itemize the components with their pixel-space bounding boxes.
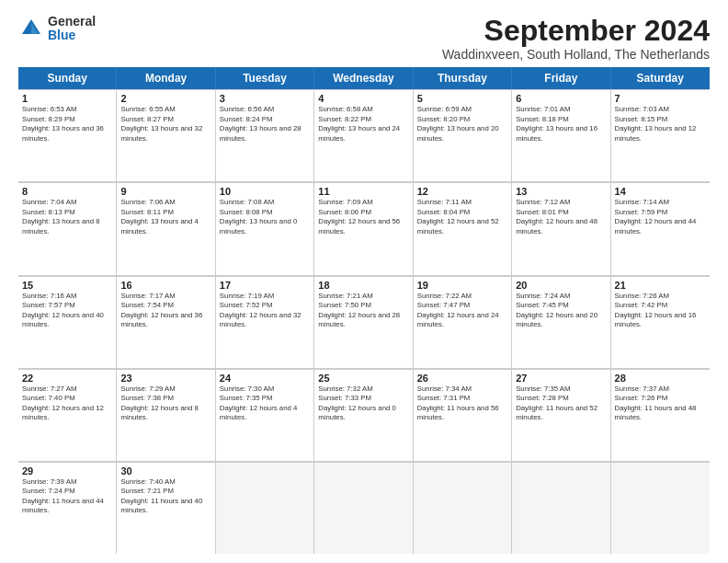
day-number: 18 <box>318 280 408 291</box>
calendar-cell: 4 Sunrise: 6:58 AMSunset: 8:22 PMDayligh… <box>314 89 413 181</box>
day-number: 1 <box>22 93 112 104</box>
day-info: Sunrise: 6:53 AMSunset: 8:29 PMDaylight:… <box>22 105 112 144</box>
calendar-cell: 15 Sunrise: 7:16 AMSunset: 7:57 PMDaylig… <box>18 276 117 368</box>
calendar-cell: 21 Sunrise: 7:26 AMSunset: 7:42 PMDaylig… <box>611 276 710 368</box>
calendar-week-5: 29 Sunrise: 7:39 AMSunset: 7:24 PMDaylig… <box>18 462 710 554</box>
header-sunday: Sunday <box>18 67 117 89</box>
day-number: 25 <box>318 373 408 384</box>
calendar-cell: 5 Sunrise: 6:59 AMSunset: 8:20 PMDayligh… <box>414 89 512 181</box>
day-number: 7 <box>615 93 706 104</box>
day-info: Sunrise: 7:16 AMSunset: 7:57 PMDaylight:… <box>22 292 112 330</box>
calendar-cell: 3 Sunrise: 6:56 AMSunset: 8:24 PMDayligh… <box>216 89 314 181</box>
day-info: Sunrise: 7:11 AMSunset: 8:04 PMDaylight:… <box>417 198 507 236</box>
day-number: 29 <box>22 465 112 477</box>
day-info: Sunrise: 7:04 AMSunset: 8:13 PMDaylight:… <box>22 198 112 236</box>
day-number: 14 <box>615 186 706 197</box>
day-number: 15 <box>22 280 112 291</box>
calendar-cell: 20 Sunrise: 7:24 AMSunset: 7:45 PMDaylig… <box>512 276 610 368</box>
day-info: Sunrise: 7:32 AMSunset: 7:33 PMDaylight:… <box>318 385 408 423</box>
header-saturday: Saturday <box>611 67 710 89</box>
day-number: 5 <box>417 93 507 104</box>
calendar-header: Sunday Monday Tuesday Wednesday Thursday… <box>18 67 710 89</box>
calendar-week-4: 22 Sunrise: 7:27 AMSunset: 7:40 PMDaylig… <box>18 369 710 462</box>
calendar-cell: 14 Sunrise: 7:14 AMSunset: 7:59 PMDaylig… <box>611 182 710 274</box>
calendar-cell: 7 Sunrise: 7:03 AMSunset: 8:15 PMDayligh… <box>611 89 710 181</box>
calendar-cell <box>611 462 710 554</box>
calendar-week-1: 1 Sunrise: 6:53 AMSunset: 8:29 PMDayligh… <box>18 89 710 182</box>
calendar-cell: 8 Sunrise: 7:04 AMSunset: 8:13 PMDayligh… <box>18 182 117 274</box>
day-number: 12 <box>417 186 507 197</box>
day-info: Sunrise: 6:55 AMSunset: 8:27 PMDaylight:… <box>120 105 210 144</box>
day-info: Sunrise: 7:35 AMSunset: 7:28 PMDaylight:… <box>516 385 606 423</box>
header-friday: Friday <box>512 67 610 89</box>
header-wednesday: Wednesday <box>314 67 413 89</box>
calendar-cell <box>216 462 314 554</box>
calendar-cell: 23 Sunrise: 7:29 AMSunset: 7:38 PMDaylig… <box>117 369 215 461</box>
day-number: 16 <box>120 280 210 291</box>
day-number: 17 <box>220 280 310 291</box>
day-number: 28 <box>615 373 706 384</box>
calendar-body: 1 Sunrise: 6:53 AMSunset: 8:29 PMDayligh… <box>18 89 710 554</box>
calendar-week-3: 15 Sunrise: 7:16 AMSunset: 7:57 PMDaylig… <box>18 276 710 369</box>
day-info: Sunrise: 7:08 AMSunset: 8:08 PMDaylight:… <box>220 198 310 236</box>
logo-icon <box>18 16 44 41</box>
calendar-cell: 19 Sunrise: 7:22 AMSunset: 7:47 PMDaylig… <box>414 276 512 368</box>
day-info: Sunrise: 7:17 AMSunset: 7:54 PMDaylight:… <box>120 292 210 330</box>
day-number: 26 <box>417 373 507 384</box>
day-number: 6 <box>516 93 606 104</box>
day-info: Sunrise: 6:58 AMSunset: 8:22 PMDaylight:… <box>318 105 408 144</box>
day-number: 19 <box>417 280 507 291</box>
logo: General Blue <box>18 15 96 43</box>
calendar-week-2: 8 Sunrise: 7:04 AMSunset: 8:13 PMDayligh… <box>18 182 710 275</box>
day-info: Sunrise: 7:01 AMSunset: 8:18 PMDaylight:… <box>516 105 606 144</box>
calendar-cell: 6 Sunrise: 7:01 AMSunset: 8:18 PMDayligh… <box>512 89 610 181</box>
day-number: 27 <box>516 373 606 384</box>
day-info: Sunrise: 7:06 AMSunset: 8:11 PMDaylight:… <box>120 198 210 236</box>
day-number: 22 <box>22 373 112 384</box>
calendar-cell: 9 Sunrise: 7:06 AMSunset: 8:11 PMDayligh… <box>117 182 215 274</box>
day-info: Sunrise: 6:59 AMSunset: 8:20 PMDaylight:… <box>417 105 507 144</box>
day-info: Sunrise: 7:29 AMSunset: 7:38 PMDaylight:… <box>120 385 210 423</box>
day-info: Sunrise: 7:14 AMSunset: 7:59 PMDaylight:… <box>615 198 706 236</box>
day-info: Sunrise: 7:19 AMSunset: 7:52 PMDaylight:… <box>220 292 310 330</box>
calendar-cell: 18 Sunrise: 7:21 AMSunset: 7:50 PMDaylig… <box>314 276 413 368</box>
calendar: Sunday Monday Tuesday Wednesday Thursday… <box>18 67 710 554</box>
day-number: 3 <box>220 93 310 104</box>
day-info: Sunrise: 7:27 AMSunset: 7:40 PMDaylight:… <box>22 385 112 423</box>
day-number: 11 <box>318 186 408 197</box>
header-tuesday: Tuesday <box>216 67 314 89</box>
logo-text: General Blue <box>48 15 96 43</box>
header: General Blue September 2024 Waddinxveen,… <box>18 15 710 62</box>
day-number: 9 <box>120 186 210 197</box>
calendar-cell: 10 Sunrise: 7:08 AMSunset: 8:08 PMDaylig… <box>216 182 314 274</box>
calendar-cell: 30 Sunrise: 7:40 AMSunset: 7:21 PMDaylig… <box>117 462 215 554</box>
day-info: Sunrise: 7:21 AMSunset: 7:50 PMDaylight:… <box>318 292 408 330</box>
calendar-cell: 2 Sunrise: 6:55 AMSunset: 8:27 PMDayligh… <box>117 89 215 181</box>
day-info: Sunrise: 7:26 AMSunset: 7:42 PMDaylight:… <box>615 292 706 330</box>
day-number: 23 <box>120 373 210 384</box>
day-number: 24 <box>220 373 310 384</box>
calendar-cell: 11 Sunrise: 7:09 AMSunset: 8:06 PMDaylig… <box>314 182 413 274</box>
day-info: Sunrise: 7:22 AMSunset: 7:47 PMDaylight:… <box>417 292 507 330</box>
calendar-location: Waddinxveen, South Holland, The Netherla… <box>442 47 710 62</box>
day-info: Sunrise: 7:40 AMSunset: 7:21 PMDaylight:… <box>120 477 210 516</box>
day-info: Sunrise: 7:39 AMSunset: 7:24 PMDaylight:… <box>22 477 112 516</box>
calendar-cell: 28 Sunrise: 7:37 AMSunset: 7:26 PMDaylig… <box>611 369 710 461</box>
header-thursday: Thursday <box>414 67 512 89</box>
day-number: 20 <box>516 280 606 291</box>
day-info: Sunrise: 6:56 AMSunset: 8:24 PMDaylight:… <box>220 105 310 144</box>
calendar-cell: 26 Sunrise: 7:34 AMSunset: 7:31 PMDaylig… <box>414 369 512 461</box>
day-info: Sunrise: 7:24 AMSunset: 7:45 PMDaylight:… <box>516 292 606 330</box>
day-info: Sunrise: 7:03 AMSunset: 8:15 PMDaylight:… <box>615 105 706 144</box>
calendar-cell: 1 Sunrise: 6:53 AMSunset: 8:29 PMDayligh… <box>18 89 117 181</box>
day-info: Sunrise: 7:09 AMSunset: 8:06 PMDaylight:… <box>318 198 408 236</box>
day-number: 21 <box>615 280 706 291</box>
calendar-cell: 13 Sunrise: 7:12 AMSunset: 8:01 PMDaylig… <box>512 182 610 274</box>
logo-blue: Blue <box>48 29 96 42</box>
calendar-cell: 29 Sunrise: 7:39 AMSunset: 7:24 PMDaylig… <box>18 462 117 554</box>
day-number: 4 <box>318 93 408 104</box>
day-info: Sunrise: 7:37 AMSunset: 7:26 PMDaylight:… <box>615 385 706 423</box>
header-monday: Monday <box>117 67 215 89</box>
day-number: 2 <box>120 93 210 104</box>
logo-general: General <box>48 15 96 29</box>
